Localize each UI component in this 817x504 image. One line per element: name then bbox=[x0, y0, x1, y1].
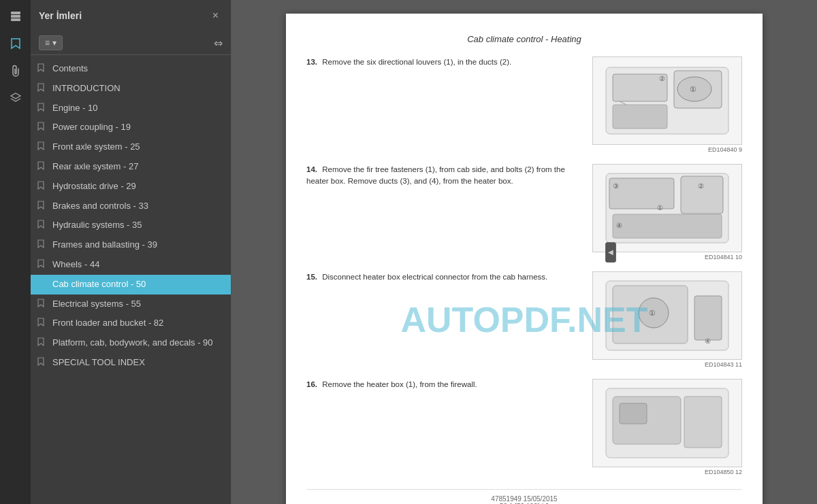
bookmark-icon-12 bbox=[37, 299, 47, 311]
step-15-text: 15. Disconnect heater box electrical con… bbox=[306, 271, 581, 368]
sidebar-item-label-3: Power coupling - 19 bbox=[52, 121, 223, 133]
step-15-number: 15. bbox=[306, 273, 317, 281]
sidebar-item-label-7: Brakes and controls - 33 bbox=[52, 200, 223, 212]
svg-text:④: ④ bbox=[616, 222, 622, 229]
sidebar-item-3[interactable]: Power coupling - 19 bbox=[31, 118, 231, 137]
diagram-label-16: ED104850 12 bbox=[592, 469, 742, 475]
bookmark-icon-13 bbox=[37, 318, 47, 330]
sidebar-item-13[interactable]: Front loader and bucket - 82 bbox=[31, 314, 231, 333]
svg-rect-18 bbox=[613, 214, 722, 238]
sidebar-header: Yer İmleri × bbox=[31, 0, 231, 31]
page-footer: 47851949 15/05/2015 50.1 [50.100] / 6 bbox=[306, 489, 742, 504]
stack-toolbar-icon[interactable] bbox=[5, 87, 27, 109]
svg-rect-0 bbox=[11, 12, 20, 14]
sidebar-item-9[interactable]: Frames and ballasting - 39 bbox=[31, 235, 231, 255]
sidebar-item-label-9: Frames and ballasting - 39 bbox=[52, 239, 223, 251]
sidebar-item-label-12: Electrical systems - 55 bbox=[52, 298, 223, 310]
svg-marker-3 bbox=[11, 93, 20, 99]
sidebar-item-12[interactable]: Electrical systems - 55 bbox=[31, 295, 231, 314]
bookmark-toolbar-icon[interactable] bbox=[5, 33, 27, 54]
step-13-diagram: ① ② ED104840 9 bbox=[592, 56, 742, 153]
sidebar-sort-button[interactable]: ≡ ▾ bbox=[39, 35, 63, 50]
sidebar-item-1[interactable]: INTRODUCTION bbox=[31, 79, 231, 99]
paperclip-toolbar-icon[interactable] bbox=[5, 60, 27, 82]
sidebar-list: ContentsINTRODUCTIONEngine - 10Power cou… bbox=[31, 55, 231, 504]
bookmark-icon-0 bbox=[37, 63, 47, 75]
step-16-text: 16. Remove the heater box (1), from the … bbox=[306, 379, 581, 475]
bookmark-icon-7 bbox=[37, 201, 47, 213]
svg-text:②: ② bbox=[659, 75, 665, 82]
sidebar-close-button[interactable]: × bbox=[208, 8, 223, 23]
sidebar-item-label-13: Front loader and bucket - 82 bbox=[52, 317, 223, 329]
sidebar-item-label-1: INTRODUCTION bbox=[52, 82, 223, 95]
bookmark-icon-6 bbox=[37, 181, 47, 193]
sidebar-item-15[interactable]: SPECIAL TOOL INDEX bbox=[31, 353, 231, 373]
content-section-14: 14. Remove the fir tree fasteners (1), f… bbox=[306, 164, 742, 261]
svg-rect-24 bbox=[694, 296, 722, 340]
sidebar-item-8[interactable]: Hydraulic systems - 35 bbox=[31, 216, 231, 235]
step-13-number: 13. bbox=[306, 58, 317, 66]
sidebar-item-label-6: Hydrostatic drive - 29 bbox=[52, 180, 223, 192]
svg-text:①: ① bbox=[649, 309, 656, 317]
page-title: Cab climate control - Heating bbox=[306, 34, 742, 44]
sidebar-item-label-14: Platform, cab, bodywork, and decals - 90 bbox=[52, 337, 223, 349]
sidebar-item-0[interactable]: Contents bbox=[31, 59, 231, 79]
bookmark-icon-14 bbox=[37, 337, 47, 350]
pdf-page: Cab climate control - Heating AUTOPDF.NE… bbox=[286, 14, 763, 504]
sort-arrow-icon: ▾ bbox=[52, 38, 57, 48]
sidebar-item-14[interactable]: Platform, cab, bodywork, and decals - 90 bbox=[31, 333, 231, 353]
collapse-sidebar-button[interactable]: ◀ bbox=[605, 242, 616, 263]
svg-text:②: ② bbox=[698, 182, 704, 190]
page-wrapper[interactable]: Cab climate control - Heating AUTOPDF.NE… bbox=[231, 0, 817, 504]
svg-rect-2 bbox=[11, 18, 20, 21]
sidebar-item-label-0: Contents bbox=[52, 63, 223, 75]
bookmark-icon-8 bbox=[37, 220, 47, 232]
svg-text:①: ① bbox=[690, 85, 696, 93]
bookmark-icon-9 bbox=[37, 239, 47, 252]
diagram-box-15: ① ④ bbox=[592, 271, 742, 360]
svg-rect-28 bbox=[620, 403, 647, 424]
layers-toolbar-icon[interactable] bbox=[5, 5, 27, 27]
sidebar-panel: Yer İmleri × ≡ ▾ ⇔ ContentsINTRODUCTIONE… bbox=[31, 0, 231, 504]
main-content: Cab climate control - Heating AUTOPDF.NE… bbox=[231, 0, 817, 504]
svg-rect-30 bbox=[684, 397, 722, 448]
bookmark-icon-5 bbox=[37, 161, 47, 173]
bookmark-icon-10 bbox=[37, 259, 47, 271]
sidebar-title: Yer İmleri bbox=[39, 10, 82, 21]
sidebar-item-5[interactable]: Rear axle system - 27 bbox=[31, 157, 231, 177]
step-14-text: 14. Remove the fir tree fasteners (1), f… bbox=[306, 164, 581, 261]
step-13-content: Remove the six directional louvers (1), … bbox=[322, 58, 511, 66]
sidebar-item-2[interactable]: Engine - 10 bbox=[31, 99, 231, 118]
diagram-box-16: ① bbox=[592, 379, 742, 467]
svg-text:①: ① bbox=[657, 204, 663, 212]
sidebar-item-7[interactable]: Brakes and controls - 33 bbox=[31, 197, 231, 216]
bookmark-icon-2 bbox=[37, 103, 47, 115]
sidebar-item-label-10: Wheels - 44 bbox=[52, 258, 223, 271]
footer-part-number: 47851949 15/05/2015 bbox=[306, 495, 742, 503]
resize-handle-icon[interactable]: ⇔ bbox=[214, 37, 223, 50]
bookmark-icon-4 bbox=[37, 141, 47, 154]
step-14-number: 14. bbox=[306, 165, 317, 173]
step-16-number: 16. bbox=[306, 380, 317, 388]
svg-rect-1 bbox=[11, 15, 20, 18]
sidebar-item-label-8: Hydraulic systems - 35 bbox=[52, 219, 223, 231]
diagram-label-13: ED104840 9 bbox=[592, 146, 742, 153]
diagram-label-15: ED104843 11 bbox=[592, 361, 742, 368]
sidebar-item-10[interactable]: Wheels - 44 bbox=[31, 255, 231, 275]
step-13-text: 13. Remove the six directional louvers (… bbox=[306, 56, 581, 153]
bookmark-icon-3 bbox=[37, 122, 47, 134]
sidebar-item-6[interactable]: Hydrostatic drive - 29 bbox=[31, 177, 231, 197]
sidebar-item-label-2: Engine - 10 bbox=[52, 102, 223, 114]
step-14-content: Remove the fir tree fasteners (1), from … bbox=[306, 165, 565, 185]
svg-rect-15 bbox=[609, 178, 674, 209]
step-16-diagram: ① ED104850 12 bbox=[592, 379, 742, 475]
content-section-15: 15. Disconnect heater box electrical con… bbox=[306, 271, 742, 368]
bookmark-icon-15 bbox=[37, 357, 47, 369]
sidebar-item-label-15: SPECIAL TOOL INDEX bbox=[52, 356, 223, 369]
sidebar-item-11[interactable]: Cab climate control - 50 bbox=[31, 275, 231, 295]
bookmark-icon-11 bbox=[37, 279, 47, 291]
sidebar-item-4[interactable]: Front axle system - 25 bbox=[31, 137, 231, 157]
sort-icon: ≡ bbox=[45, 38, 50, 48]
sidebar-item-label-4: Front axle system - 25 bbox=[52, 141, 223, 153]
content-section-13: 13. Remove the six directional louvers (… bbox=[306, 56, 742, 153]
